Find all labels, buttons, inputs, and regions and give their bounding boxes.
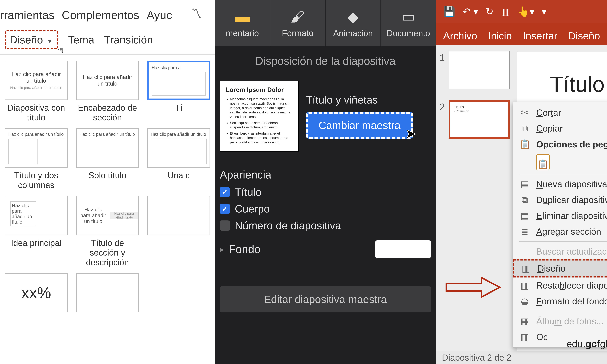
- document-icon: ▭: [401, 8, 415, 25]
- photo-album-icon: ▦: [519, 316, 530, 326]
- preview-bullet: Sociosqu netus semper aenean suspendisse…: [230, 121, 292, 130]
- gs-menubar: rramientas Complementos Ayuc: [0, 4, 215, 30]
- cursor-arrow-icon: ➤: [406, 127, 416, 141]
- disclosure-triangle-icon[interactable]: ▸: [220, 244, 224, 254]
- ctx-formato-fondo[interactable]: ◒ Formato del fondo...: [513, 293, 607, 309]
- submenu-tema[interactable]: Tema: [68, 34, 94, 46]
- paste-icon: 📋: [519, 139, 530, 150]
- tab-insertar[interactable]: Insertar: [523, 30, 557, 42]
- qat-more-icon[interactable]: ▾: [542, 6, 547, 17]
- ctx-copiar[interactable]: ⧉ Copiar: [513, 120, 607, 136]
- menu-separator: [519, 311, 607, 311]
- layout-titulo-seccion-descripcion[interactable]: Haz clic para añadir un título Haz clic …: [76, 196, 139, 267]
- callout-arrow-icon: [445, 275, 501, 300]
- ctx-agregar-seccion[interactable]: ≣ Agregar sección: [513, 224, 607, 239]
- submenu-diseno[interactable]: Diseño ☟: [5, 30, 58, 49]
- keynote-panel: ▬ mentario 🖌 Formato ◆ Animación ▭ Docum…: [215, 0, 436, 364]
- ctx-restablecer[interactable]: ▥ Restablecer diapositiva: [513, 277, 607, 293]
- preview-bullet: Maecenas aliquam maecenas ligula nostra,…: [230, 97, 292, 119]
- layout-thumb: Haz clic para añadir un título Haz clic …: [5, 61, 68, 100]
- ctx-label: Duplicar diapositiva: [536, 195, 607, 205]
- edit-master-button[interactable]: Editar diapositiva maestra: [220, 286, 431, 312]
- thumb-subtext: Haz clic para añadir texto: [110, 212, 138, 219]
- context-menu: ✂ Cortar ⧉ Copiar 📋 Opciones de pegado: …: [513, 102, 607, 348]
- tab-formato[interactable]: 🖌 Formato: [270, 0, 326, 46]
- layout-gallery: Haz clic para añadir un título Haz clic …: [0, 54, 215, 315]
- layout-titulo-cuerpo[interactable]: Haz clic para a Tí: [147, 61, 210, 122]
- layout-caption: Título de sección y descripción: [76, 238, 139, 267]
- kn-inspector: Disposición de la diapositiva Lorem Ipsu…: [215, 46, 436, 364]
- ctx-cortar[interactable]: ✂ Cortar: [513, 105, 607, 120]
- ctx-nueva-diapositiva[interactable]: ▤ Nueva diapositiva...: [513, 176, 607, 192]
- layout-blank[interactable]: [76, 273, 139, 315]
- layout-idea-principal[interactable]: Haz clic para añadir un título Idea prin…: [5, 196, 68, 267]
- check-titulo[interactable]: ✓ Título: [220, 186, 431, 198]
- background-label: Fondo: [229, 243, 261, 256]
- change-master-button[interactable]: Cambiar maestra ➤: [306, 112, 413, 139]
- thumb-text: Haz clic para añadir un título: [10, 201, 36, 226]
- menu-complementos[interactable]: Complementos: [62, 9, 139, 22]
- ctx-duplicar[interactable]: ⧉ Duplicar diapositiva: [513, 192, 607, 208]
- save-icon[interactable]: 💾: [443, 6, 455, 17]
- ctx-diseno[interactable]: ▥ Diseño ▸ ➤: [513, 259, 607, 277]
- ribbon-tabs: Archivo Inicio Insertar Diseño Transicio: [436, 23, 607, 45]
- tab-diseno[interactable]: Diseño: [568, 30, 600, 42]
- layout-una-columna[interactable]: Haz clic para añadir un título Una c: [147, 128, 210, 190]
- start-show-icon[interactable]: ▥: [501, 6, 510, 17]
- layout-caption: Tí: [147, 103, 210, 113]
- layout-titulo-dos-columnas[interactable]: Haz clic para añadir un título Título y …: [5, 128, 68, 190]
- layout-encabezado-seccion[interactable]: Haz clic para añadir un título Encabezad…: [76, 61, 139, 122]
- ctx-label: Buscar actualizaciones: [536, 246, 607, 257]
- duplicate-slide-icon: ⧉: [519, 195, 530, 205]
- submenu-transicion[interactable]: Transición: [104, 34, 153, 46]
- undo-icon[interactable]: ↶ ▾: [462, 6, 478, 17]
- check-label: Cuerpo: [235, 203, 270, 215]
- menu-ayuda[interactable]: Ayuc: [147, 9, 172, 22]
- tab-label: Formato: [282, 28, 314, 38]
- check-label: Título: [235, 186, 262, 198]
- explore-icon[interactable]: 〽: [191, 7, 201, 20]
- slide-thumb-1[interactable]: 1: [439, 51, 510, 89]
- touch-mode-icon[interactable]: 👆▾: [517, 6, 534, 17]
- layout-solo-titulo[interactable]: Haz clic para añadir un título Solo títu…: [76, 128, 139, 190]
- thumb-text: Haz clic para añadir un título: [8, 132, 64, 137]
- preview-title: Lorem Ipsum Dolor: [226, 86, 292, 93]
- background-row[interactable]: ▸ Fondo: [220, 240, 431, 259]
- quick-access-toolbar: 💾 ↶ ▾ ↻ ▥ 👆▾ ▾: [436, 0, 607, 23]
- layout-thumb-selected: Haz clic para a: [147, 61, 210, 100]
- tab-archivo[interactable]: Archivo: [443, 30, 477, 42]
- check-cuerpo[interactable]: ✓ Cuerpo: [220, 203, 431, 215]
- layout-partial[interactable]: [147, 196, 210, 267]
- layout-diapositiva-titulo[interactable]: Haz clic para añadir un título Haz clic …: [5, 61, 68, 122]
- thumb-text: Haz clic para añadir un título: [80, 74, 135, 87]
- checkbox-off-icon: [220, 221, 230, 231]
- tab-animacion[interactable]: ◆ Animación: [326, 0, 381, 46]
- tab-label: Documento: [387, 28, 430, 38]
- slide-number: 1: [439, 52, 445, 89]
- paste-keep-source-icon[interactable]: [536, 154, 550, 170]
- thumb-text: xx%: [21, 284, 51, 302]
- check-numero[interactable]: Número de diapositiva: [220, 219, 431, 232]
- layout-thumb: Haz clic para añadir un título: [5, 128, 68, 168]
- delete-slide-icon: ▤: [519, 210, 530, 221]
- menu-herramientas[interactable]: rramientas: [0, 9, 54, 22]
- layout-caption: Una c: [147, 170, 210, 180]
- thumb-text: Haz clic para a: [152, 65, 206, 70]
- tab-inicio[interactable]: Inicio: [488, 30, 512, 42]
- slide-thumb-2[interactable]: 2 Título • Resumen: [439, 100, 510, 139]
- change-master-label: Cambiar maestra: [318, 119, 400, 131]
- ctx-label: Álbum de fotos...: [536, 316, 604, 326]
- appearance-header: Apariencia: [220, 169, 431, 181]
- wm-b: gcf: [585, 338, 600, 349]
- ctx-eliminar[interactable]: ▤ Eliminar diapositiva: [513, 208, 607, 224]
- redo-icon[interactable]: ↻: [486, 6, 494, 17]
- layout-numero-grande[interactable]: xx%: [5, 273, 68, 315]
- background-swatch[interactable]: [375, 240, 431, 259]
- cut-icon: ✂: [519, 107, 530, 118]
- ctx-label: Agregar sección: [536, 226, 601, 237]
- watermark: edu.gcfglobal.org: [567, 338, 607, 350]
- tab-documento[interactable]: ▭ Documento: [381, 0, 436, 46]
- tab-comentario[interactable]: ▬ mentario: [215, 0, 270, 46]
- tab-label: Animación: [333, 28, 373, 38]
- slide-preview: Lorem Ipsum Dolor Maecenas aliquam maece…: [220, 81, 299, 152]
